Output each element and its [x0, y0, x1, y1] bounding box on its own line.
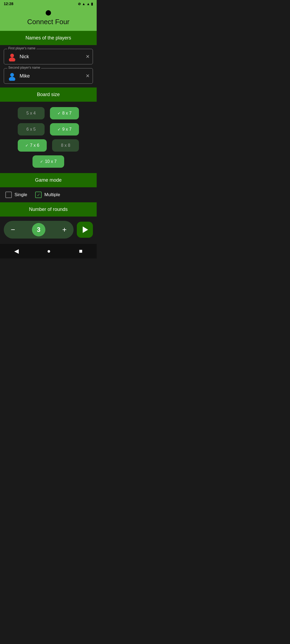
rounds-decrement-button[interactable]: −	[9, 225, 17, 234]
board-row-3: ✓ 7 x 6 8 x 8	[18, 139, 79, 152]
app-title: Connect Four	[0, 18, 97, 26]
checkmark-8x7: ✓	[57, 111, 61, 115]
player1-clear-button[interactable]: ✕	[85, 53, 91, 61]
checkmark-10x7: ✓	[40, 159, 43, 164]
nav-bar: ◀ ● ■	[0, 244, 97, 258]
rounds-header: Number of rounds	[0, 202, 97, 217]
board-btn-10x7[interactable]: ✓ 10 x 7	[32, 155, 64, 168]
multiple-checkmark: ✓	[37, 192, 40, 197]
player1-field-container: First player's name ✕	[4, 49, 93, 64]
player1-field: ✕	[4, 49, 93, 64]
checkmark-9x7: ✓	[57, 127, 61, 131]
mode-single: Single	[5, 192, 27, 198]
notification-icon: ⊘	[78, 2, 81, 6]
board-row-4: ✓ 10 x 7	[32, 155, 64, 168]
player2-field-container: Second player's name ✕	[4, 68, 93, 84]
board-btn-7x6[interactable]: ✓ 7 x 6	[18, 139, 47, 152]
player2-clear-button[interactable]: ✕	[85, 72, 91, 80]
battery-icon: ▮	[91, 2, 93, 6]
board-row-1: 5 x 4 ✓ 8 x 7	[18, 107, 79, 119]
player1-input[interactable]	[20, 54, 82, 60]
game-mode-header: Game mode	[0, 173, 97, 187]
player2-input[interactable]	[20, 73, 82, 79]
player1-avatar	[7, 52, 17, 61]
multiple-label: Multiple	[44, 192, 60, 197]
board-buttons-grid: 5 x 4 ✓ 8 x 7 6 x 5 ✓ 9 x 7 ✓ 7 x 6 8 x …	[4, 107, 93, 168]
rounds-section: Number of rounds − 3 +	[0, 202, 97, 244]
board-btn-8x7[interactable]: ✓ 8 x 7	[50, 107, 79, 119]
rounds-increment-button[interactable]: +	[61, 225, 68, 234]
player2-field: ✕	[4, 68, 93, 83]
players-section: Names of the players First player's name…	[0, 31, 97, 87]
board-btn-9x7[interactable]: ✓ 9 x 7	[50, 123, 79, 136]
status-icons: ⊘ ▲ ▲ ▮	[78, 2, 93, 6]
rounds-value: 3	[32, 223, 45, 236]
camera-dot	[46, 10, 51, 16]
game-mode-area: Single ✓ Multiple	[0, 187, 97, 202]
wifi-icon: ▲	[82, 2, 85, 6]
nav-home-button[interactable]: ●	[47, 248, 50, 255]
board-size-section: Board size 5 x 4 ✓ 8 x 7 6 x 5 ✓ 9 x 7 ✓…	[0, 87, 97, 173]
single-label: Single	[15, 192, 27, 197]
svg-point-1	[10, 54, 14, 57]
nav-back-button[interactable]: ◀	[14, 248, 19, 255]
player2-label: Second player's name	[7, 66, 41, 69]
board-btn-8x8[interactable]: 8 x 8	[52, 139, 79, 152]
rounds-area: − 3 +	[0, 217, 97, 244]
board-size-header: Board size	[0, 87, 97, 102]
players-section-header: Names of the players	[0, 31, 97, 45]
board-row-2: 6 x 5 ✓ 9 x 7	[18, 123, 79, 136]
single-checkbox[interactable]	[5, 192, 12, 198]
status-time: 12:28	[4, 2, 13, 6]
nav-recent-button[interactable]: ■	[79, 248, 82, 255]
checkmark-7x6: ✓	[25, 143, 28, 148]
signal-icon: ▲	[86, 2, 90, 6]
game-mode-section: Game mode Single ✓ Multiple	[0, 173, 97, 202]
rounds-control: − 3 +	[4, 221, 74, 239]
svg-point-4	[10, 73, 14, 77]
mode-multiple: ✓ Multiple	[35, 192, 60, 198]
board-btn-6x5[interactable]: 6 x 5	[18, 123, 45, 136]
status-bar: 12:28 ⊘ ▲ ▲ ▮	[0, 0, 97, 8]
play-icon	[83, 226, 88, 233]
app-header: Connect Four	[0, 8, 97, 31]
player1-label: First player's name	[7, 46, 37, 50]
player2-avatar	[7, 71, 17, 81]
play-button[interactable]	[77, 222, 93, 238]
multiple-checkbox[interactable]: ✓	[35, 192, 42, 198]
board-size-area: 5 x 4 ✓ 8 x 7 6 x 5 ✓ 9 x 7 ✓ 7 x 6 8 x …	[0, 102, 97, 173]
board-btn-5x4[interactable]: 5 x 4	[18, 107, 45, 119]
